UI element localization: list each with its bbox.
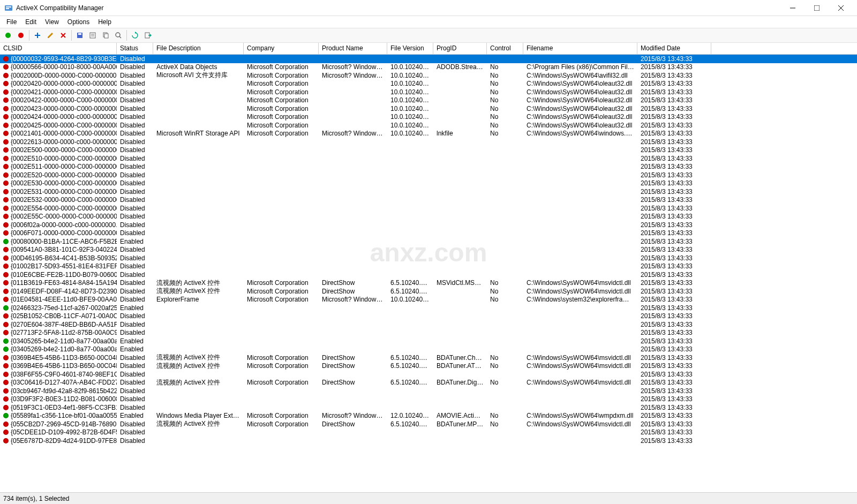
copy-icon[interactable] [100, 29, 111, 41]
table-row[interactable]: {0002E510-0000-0000-C000-0000000...Disab… [0, 154, 857, 163]
table-row[interactable]: {03cb9467-fd9d-42a8-82f9-8615b422...Disa… [0, 387, 857, 395]
table-row[interactable]: {0270E604-387F-48ED-BB6D-AA51F51...Disab… [0, 320, 857, 329]
table-row[interactable]: {03405269-b4e2-11d0-8a77-00aa00a...Enabl… [0, 345, 857, 354]
find-icon[interactable] [112, 29, 124, 41]
maximize-button[interactable] [805, 1, 829, 16]
status-dot-icon [3, 255, 9, 261]
cell-filename: C:\Windows\SysWOW64\wmpdxm.dll [523, 412, 637, 419]
col-company[interactable]: Company [244, 43, 319, 54]
status-dot-icon [3, 338, 9, 344]
cell-status: Disabled [117, 271, 153, 279]
status-dot-icon [3, 297, 9, 302]
table-body[interactable]: anxz.com {00000032-9593-4264-8B29-930B3E… [0, 55, 857, 492]
menu-help[interactable]: Help [94, 17, 116, 27]
cell-date: 2015/8/3 13:43:33 [637, 345, 711, 353]
cell-description: Windows Media Player Extensi... [153, 412, 244, 419]
table-row[interactable]: {0002E520-0000-0000-C000-0000000...Disab… [0, 171, 857, 179]
table-row[interactable]: {0149EEDF-D08F-4142-8D73-D23903...Disabl… [0, 287, 857, 296]
cell-progid: ADODB.Stream.6.0 [433, 63, 487, 71]
table-row[interactable]: {011B3619-FE63-4814-8A84-15A194C...Disab… [0, 279, 857, 288]
table-row[interactable]: {00020422-0000-0000-C000-0000000...Disab… [0, 96, 857, 105]
cell-date: 2015/8/3 13:43:33 [637, 113, 711, 121]
cell-description: ExplorerFrame [153, 296, 244, 303]
refresh-icon[interactable] [129, 29, 141, 41]
col-status[interactable]: Status [117, 43, 153, 54]
col-description[interactable]: File Description [153, 43, 244, 54]
cell-clsid: {00022613-0000-0000-c000-0000000... [11, 138, 117, 146]
table-row[interactable]: {00080000-B1BA-11CE-ABC6-F5B2E7...Enable… [0, 237, 857, 246]
delete-icon[interactable] [57, 29, 69, 41]
table-row[interactable]: {00022613-0000-0000-c000-0000000...Disab… [0, 138, 857, 146]
menu-view[interactable]: View [41, 17, 63, 27]
table-row[interactable]: {00021401-0000-0000-C000-0000000...Disab… [0, 130, 857, 138]
table-row[interactable]: {055CB2D7-2969-45CD-914B-768907...Disabl… [0, 420, 857, 428]
table-row[interactable]: {03405265-b4e2-11d0-8a77-00aa00a...Enabl… [0, 337, 857, 345]
cell-description: Microsoft AVI 文件支持库 [153, 71, 244, 80]
add-icon[interactable] [32, 29, 43, 41]
disable-icon[interactable] [15, 29, 27, 41]
col-clsid[interactable]: CLSID [0, 43, 117, 54]
exit-icon[interactable] [142, 29, 154, 41]
cell-filename: C:\Windows\SysWOW64\msvidctl.dll [523, 379, 637, 386]
properties-icon[interactable] [87, 29, 99, 41]
table-row[interactable]: {05CDEE1D-D109-4992-B72B-6D4F5E...Disabl… [0, 428, 857, 437]
col-filename[interactable]: Filename [523, 43, 637, 54]
table-row[interactable]: {05589fa1-c356-11ce-bf01-00aa0055...Enab… [0, 412, 857, 420]
minimize-button[interactable] [780, 1, 805, 16]
table-row[interactable]: {0369B4E6-45B6-11D3-B650-00C04F7...Disab… [0, 362, 857, 371]
cell-filename: C:\Windows\SysWOW64\oleaut32.dll [523, 122, 637, 129]
edit-icon[interactable] [44, 29, 56, 41]
menu-file[interactable]: File [2, 17, 21, 27]
table-row[interactable]: {0519F3C1-0ED3-4ef1-98F5-CC3FB10...Disab… [0, 403, 857, 412]
col-product[interactable]: Product Name [319, 43, 387, 54]
table-row[interactable]: {00000032-9593-4264-8B29-930B3E4...Disab… [0, 55, 857, 63]
table-row[interactable]: {0006F071-0000-0000-C000-0000000...Disab… [0, 229, 857, 238]
cell-date: 2015/8/3 13:43:33 [637, 262, 711, 270]
status-dot-icon [3, 422, 9, 427]
table-row[interactable]: {0002E55C-0000-0000-C000-0000000...Disab… [0, 213, 857, 221]
table-row[interactable]: {05E6787D-82D9-4d24-91DD-97FE8D...Disabl… [0, 437, 857, 445]
table-row[interactable]: {0369B4E5-45B6-11D3-B650-00C04F7...Disab… [0, 353, 857, 362]
cell-version: 6.5.10240.164... [387, 362, 433, 370]
enable-icon[interactable] [2, 29, 14, 41]
table-row[interactable]: {00000566-0000-0010-8000-00AA006...Disab… [0, 63, 857, 72]
table-row[interactable]: {02466323-75ed-11cf-a267-0020af25...Enab… [0, 304, 857, 312]
cell-date: 2015/8/3 13:43:33 [637, 279, 711, 287]
col-progid[interactable]: ProgID [433, 43, 487, 54]
table-row[interactable]: {0002E554-0000-0000-C000-0000000...Disab… [0, 204, 857, 213]
table-row[interactable]: {0006f02a-0000-0000-c000-0000000...Disab… [0, 221, 857, 229]
cell-filename: C:\Windows\SysWOW64\avifil32.dll [523, 72, 637, 79]
table-row[interactable]: {00020423-0000-0000-C000-0000000...Disab… [0, 104, 857, 113]
table-row[interactable]: {027713F2-5FA8-11d2-875B-00A0C93...Disab… [0, 329, 857, 337]
menu-options[interactable]: Options [63, 17, 94, 27]
cell-clsid: {0002E554-0000-0000-C000-0000000... [11, 205, 117, 212]
table-row[interactable]: {00020420-0000-0000-c000-0000000...Disab… [0, 80, 857, 88]
table-row[interactable]: {009541A0-3B81-101C-92F3-0402240...Disab… [0, 246, 857, 254]
table-row[interactable]: {03D9F3F2-B0E3-11D2-B081-0060080...Disab… [0, 395, 857, 404]
save-icon[interactable] [74, 29, 86, 41]
table-row[interactable]: {0002E530-0000-0000-C000-0000000...Disab… [0, 179, 857, 188]
col-version[interactable]: File Version [387, 43, 433, 54]
table-row[interactable]: {0002E531-0000-0000-C000-0000000...Disab… [0, 187, 857, 196]
table-row[interactable]: {025B1052-CB0B-11CF-A071-00A0C9...Disabl… [0, 312, 857, 321]
col-date[interactable]: Modified Date [637, 43, 711, 54]
table-row[interactable]: {00020424-0000-0000-c000-0000000...Disab… [0, 113, 857, 122]
close-button[interactable] [829, 1, 853, 16]
table-row[interactable]: {00D46195-B634-4C41-B53B-5093527...Disab… [0, 254, 857, 262]
col-control[interactable]: Control [487, 43, 523, 54]
table-row[interactable]: {01E04581-4EEE-11d0-BFE9-00AA005...Disab… [0, 296, 857, 304]
table-row[interactable]: {03C06416-D127-407A-AB4C-FDD279...Disabl… [0, 379, 857, 387]
table-row[interactable]: {0002E532-0000-0000-C000-0000000...Disab… [0, 196, 857, 205]
cell-status: Disabled [117, 312, 153, 320]
table-row[interactable]: {0002000D-0000-0000-C000-0000000...Disab… [0, 71, 857, 80]
table-row[interactable]: {00020421-0000-0000-C000-0000000...Disab… [0, 88, 857, 96]
table-row[interactable]: {0002E511-0000-0000-C000-0000000...Disab… [0, 163, 857, 171]
table-row[interactable]: {010E6CBE-FE2B-11D0-B079-0060080...Disab… [0, 270, 857, 279]
table-row[interactable]: {01002B17-5D93-4551-81E4-831FEF7...Disab… [0, 262, 857, 271]
menu-edit[interactable]: Edit [21, 17, 41, 27]
status-dot-icon [3, 330, 9, 335]
table-row[interactable]: {00020425-0000-0000-C000-0000000...Disab… [0, 121, 857, 130]
table-row[interactable]: {038F6F55-C9F0-4601-8740-98EF1CA9...Disa… [0, 370, 857, 379]
table-row[interactable]: {0002E500-0000-0000-C000-0000000...Disab… [0, 146, 857, 155]
cell-date: 2015/8/3 13:43:33 [637, 379, 711, 386]
